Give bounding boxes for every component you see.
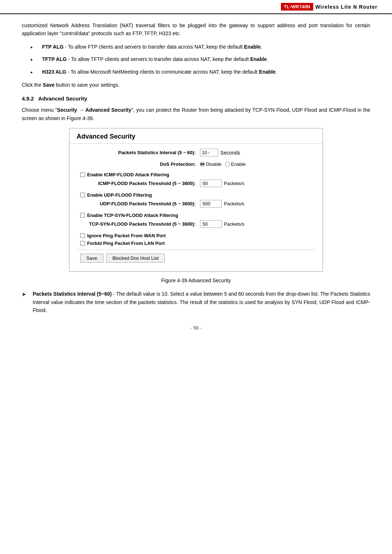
section-intro: Choose menu "Security → Advanced Securit… <box>22 106 370 122</box>
dos-control: Disable Enable <box>200 161 246 167</box>
dos-protection-row: DoS Protection: Disable Enabl <box>77 161 315 167</box>
page-header: TL-WR740N Wireless Lite N Router <box>0 0 392 14</box>
forbid-ping-row: Forbid Ping Packet From LAN Port <box>77 241 315 246</box>
list-item: FTP ALG - To allow FTP clients and serve… <box>36 43 370 51</box>
packets-interval-control: 10 ✓ Seconds <box>200 149 240 156</box>
save-button[interactable]: Save <box>80 254 103 263</box>
udp-checkbox[interactable] <box>80 193 85 197</box>
tcp-section: Enable TCP-SYN-FLOOD Attack Filtering TC… <box>77 213 315 228</box>
tftp-period: . <box>267 56 268 62</box>
icmp-threshold-unit: Packets/s <box>224 181 244 186</box>
intro-paragraph: customized Network Address Translation (… <box>22 21 370 38</box>
bottom-item-text: Packets Statistics Interval (5~60) - The… <box>33 290 370 314</box>
h323-text: - To allow Microsoft NetMeeting clients … <box>66 69 259 75</box>
section-title: Advanced Security <box>38 95 87 102</box>
page-number: - 56 - <box>22 325 370 338</box>
forbid-ping-label: Forbid Ping Packet From LAN Port <box>87 241 165 246</box>
ignore-ping-row: Ignore Ping Packet From WAN Port <box>77 233 315 238</box>
dos-enable-option[interactable]: Enable <box>225 161 245 167</box>
icmp-threshold-label: ICMP-FLOOD Packets Threshold (5 ~ 3600): <box>77 181 200 186</box>
figure-box: Advanced Security Packets Statistics Int… <box>69 128 323 272</box>
tftp-bold: Enable <box>250 56 267 62</box>
list-item: TFTP ALG - To allow TFTP clients and ser… <box>36 55 370 63</box>
udp-section: Enable UDP-FLOOD Filtering UDP-FLOOD Pac… <box>77 192 315 208</box>
dos-disable-option[interactable]: Disable <box>200 161 221 167</box>
list-item: H323 ALG - To allow Microsoft NetMeeting… <box>36 68 370 76</box>
dos-label: DoS Protection: <box>77 161 200 167</box>
udp-threshold-unit: Packets/s <box>224 201 244 206</box>
ftp-period: . <box>261 44 262 50</box>
ftp-label: FTP ALG <box>42 44 64 50</box>
packets-select[interactable]: 10 ✓ <box>200 149 218 156</box>
dos-disable-label: Disable <box>206 161 221 167</box>
dos-disable-radio[interactable] <box>200 162 205 167</box>
tcp-threshold-row: TCP-SYN-FLOOD Packets Threshold (5 ~ 360… <box>77 220 315 228</box>
packets-interval-bold: Packets Statistics Interval (5~60) <box>33 291 112 297</box>
button-bar: Save Blocked Dos Host List <box>77 250 315 266</box>
tcp-check-label: Enable TCP-SYN-FLOOD Attack Filtering <box>87 213 178 218</box>
h323-period: . <box>275 69 277 75</box>
tcp-threshold-input[interactable] <box>200 220 222 228</box>
packets-value: 10 <box>202 150 207 155</box>
bottom-bullet-list: ➤ Packets Statistics Interval (5~60) - T… <box>22 290 370 314</box>
packets-interval-row: Packets Statistics Interval (5 ~ 60): 10… <box>77 149 315 156</box>
icmp-checkbox[interactable] <box>80 172 85 177</box>
ftp-text: - To allow FTP clients and servers to tr… <box>64 44 244 50</box>
h323-label: H323 ALG <box>42 69 66 75</box>
packets-unit: Seconds <box>220 150 240 156</box>
forbid-ping-checkbox[interactable] <box>80 241 85 246</box>
figure-title-bar: Advanced Security <box>69 128 323 144</box>
ftp-bold: Enable <box>244 44 261 50</box>
figure-title: Advanced Security <box>77 133 315 140</box>
tftp-text: - To allow TFTP clients and servers to t… <box>67 56 250 62</box>
tcp-checkbox[interactable] <box>80 213 85 218</box>
tcp-threshold-label: TCP-SYN-FLOOD Packets Threshold (5 ~ 360… <box>77 221 200 227</box>
save-note-bold: Save <box>43 82 55 88</box>
ignore-ping-checkbox[interactable] <box>80 233 85 238</box>
section-number: 4.9.2 <box>22 95 34 102</box>
icmp-threshold-row: ICMP-FLOOD Packets Threshold (5 ~ 3600):… <box>77 180 315 187</box>
arrow-icon: ➤ <box>22 290 33 298</box>
tftp-label: TFTP ALG <box>42 56 67 62</box>
tcp-flood-checkbox-row: Enable TCP-SYN-FLOOD Attack Filtering <box>77 213 315 218</box>
bottom-list-item: ➤ Packets Statistics Interval (5~60) - T… <box>22 290 370 314</box>
packets-interval-label: Packets Statistics Interval (5 ~ 60): <box>77 150 200 155</box>
figure-body: Packets Statistics Interval (5 ~ 60): 10… <box>69 144 323 271</box>
dropdown-arrow-icon: ✓ <box>208 151 211 155</box>
icmp-section: Enable ICMP-FLOOD Attack Filtering ICMP-… <box>77 172 315 187</box>
dos-radio-group: Disable Enable <box>200 161 246 167</box>
udp-threshold-control: Packets/s <box>200 200 244 208</box>
tcp-threshold-control: Packets/s <box>200 220 244 228</box>
icmp-threshold-input[interactable] <box>200 180 222 187</box>
figure-caption: Figure 4-39 Advanced Security <box>22 278 370 283</box>
h323-bold: Enable <box>259 69 275 75</box>
ignore-ping-label: Ignore Ping Packet From WAN Port <box>87 233 166 238</box>
router-title: Wireless Lite N Router <box>315 4 377 10</box>
udp-flood-checkbox-row: Enable UDP-FLOOD Filtering <box>77 192 315 198</box>
icmp-threshold-control: Packets/s <box>200 180 244 187</box>
udp-check-label: Enable UDP-FLOOD Filtering <box>87 192 152 198</box>
udp-threshold-label: UDP-FLOOD Packets Threshold (5 ~ 3600): <box>77 201 200 206</box>
blocked-dos-host-list-button[interactable]: Blocked Dos Host List <box>106 254 165 263</box>
bullet-list: FTP ALG - To allow FTP clients and serve… <box>36 43 370 76</box>
icmp-check-label: Enable ICMP-FLOOD Attack Filtering <box>87 172 169 177</box>
udp-threshold-row: UDP-FLOOD Packets Threshold (5 ~ 3600): … <box>77 200 315 208</box>
dos-enable-label: Enable <box>231 161 245 167</box>
save-note: Click the Save button to save your setti… <box>22 81 370 89</box>
section-heading: 4.9.2 Advanced Security <box>22 95 370 102</box>
icmp-flood-checkbox-row: Enable ICMP-FLOOD Attack Filtering <box>77 172 315 177</box>
tcp-threshold-unit: Packets/s <box>224 221 244 227</box>
main-content: customized Network Address Translation (… <box>0 21 392 338</box>
dos-enable-radio[interactable] <box>225 162 230 167</box>
model-badge: TL-WR740N <box>281 3 313 11</box>
udp-threshold-input[interactable] <box>200 200 222 208</box>
